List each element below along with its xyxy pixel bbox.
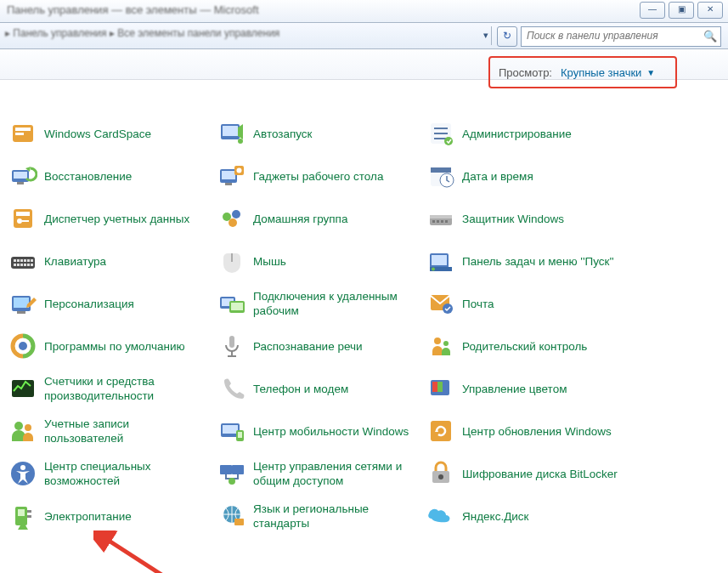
svg-point-87 xyxy=(438,474,443,479)
svg-rect-73 xyxy=(443,382,448,392)
control-panel-item[interactable]: Администрирование xyxy=(423,116,632,151)
svg-rect-65 xyxy=(228,355,236,357)
control-panel-item[interactable]: Распознавание речи xyxy=(214,328,423,364)
svg-rect-41 xyxy=(17,264,20,266)
svg-rect-9 xyxy=(14,172,27,179)
svg-rect-36 xyxy=(20,259,23,262)
svg-rect-33 xyxy=(11,257,35,269)
svg-rect-38 xyxy=(27,259,30,262)
svg-rect-91 xyxy=(27,515,31,518)
item-label: Телефон и модем xyxy=(253,382,348,396)
annotation-arrow-icon xyxy=(93,530,246,573)
item-label: Центр обновления Windows xyxy=(462,424,612,439)
control-panel-item[interactable]: Программы по умолчанию xyxy=(5,328,214,364)
svg-rect-12 xyxy=(222,171,235,179)
content-area: Windows CardSpaceАвтозапускАдминистриров… xyxy=(0,80,728,537)
control-panel-item[interactable]: Домашняя группа xyxy=(214,201,423,236)
defaults-icon xyxy=(8,332,37,360)
control-panel-item[interactable]: Автозапуск xyxy=(214,116,423,151)
control-panel-item[interactable]: Центр мобильности Windows xyxy=(214,413,423,449)
item-label: Windows CardSpace xyxy=(44,127,151,141)
control-panel-item[interactable]: Восстановление xyxy=(5,158,214,194)
breadcrumb[interactable]: ▸ Панель управления ▸ Все элементы панел… xyxy=(5,27,279,39)
speech-icon xyxy=(217,332,246,360)
item-label: Персонализация xyxy=(44,297,134,311)
control-panel-item[interactable]: Защитник Windows xyxy=(423,201,632,236)
control-panel-item[interactable]: Персонализация xyxy=(5,286,214,321)
control-panel-item[interactable]: Мышь xyxy=(214,243,423,279)
search-input[interactable] xyxy=(522,27,702,44)
svg-rect-35 xyxy=(17,259,20,262)
control-panel-item[interactable]: Центр управления сетями и общим доступом xyxy=(214,456,423,491)
item-label: Язык и региональные стандарты xyxy=(253,502,413,530)
svg-rect-17 xyxy=(431,167,451,173)
svg-rect-1 xyxy=(15,128,31,131)
control-panel-item[interactable]: Телефон и модем xyxy=(214,371,423,406)
refresh-button[interactable]: ↻ xyxy=(497,26,517,47)
svg-rect-47 xyxy=(432,255,447,265)
svg-rect-40 xyxy=(14,264,16,266)
svg-rect-79 xyxy=(238,432,242,438)
defender-icon xyxy=(426,204,455,233)
admin-icon xyxy=(426,119,455,148)
maximize-button[interactable]: ▣ xyxy=(669,2,694,19)
item-label: Гаджеты рабочего стола xyxy=(253,169,383,184)
update-icon xyxy=(426,417,455,445)
search-box[interactable]: 🔍 xyxy=(521,26,721,47)
mouse-icon xyxy=(217,247,246,275)
address-bar: ▸ Панель управления ▸ Все элементы панел… xyxy=(0,23,728,49)
control-panel-item[interactable]: Электропитание xyxy=(5,498,214,534)
control-panel-item[interactable]: Родительский контроль xyxy=(423,328,632,364)
control-panel-item[interactable]: Счетчики и средства производительности xyxy=(5,371,214,406)
svg-point-85 xyxy=(229,478,235,485)
close-button[interactable]: ✕ xyxy=(697,2,723,19)
svg-point-50 xyxy=(432,268,435,271)
view-selector[interactable]: Просмотр: Крупные значки ▼ xyxy=(488,56,677,88)
control-panel-item[interactable]: Дата и время xyxy=(423,158,632,194)
item-label: Центр мобильности Windows xyxy=(253,424,409,439)
control-panel-item[interactable]: Панель задач и меню ''Пуск'' xyxy=(423,243,632,279)
svg-rect-42 xyxy=(20,264,23,266)
control-panel-item[interactable]: Почта xyxy=(423,286,632,321)
item-label: Распознавание речи xyxy=(253,339,363,354)
control-panel-item[interactable]: Язык и региональные стандарты xyxy=(214,498,423,534)
window-titlebar: Панель управления — все элементы — Micro… xyxy=(0,0,728,23)
control-panel-item[interactable]: Подключения к удаленным рабочим xyxy=(214,286,423,321)
svg-point-67 xyxy=(443,341,449,346)
item-label: Подключения к удаленным рабочим xyxy=(253,289,413,318)
item-label: Администрирование xyxy=(462,127,572,141)
control-panel-item[interactable]: Центр обновления Windows xyxy=(423,413,632,449)
control-panel-item[interactable]: Windows CardSpace xyxy=(5,116,214,151)
personalize-icon xyxy=(8,289,37,318)
svg-point-15 xyxy=(237,168,242,173)
control-panel-item[interactable]: Учетные записи пользователей xyxy=(5,413,214,449)
control-panel-item[interactable]: Яндекс.Диск xyxy=(423,498,632,534)
control-panel-item[interactable]: Управление цветом xyxy=(423,371,632,406)
svg-rect-84 xyxy=(232,465,244,474)
minimize-button[interactable]: — xyxy=(640,2,665,19)
window-controls: — ▣ ✕ xyxy=(640,2,723,19)
breadcrumb-dropdown-icon[interactable]: ▾ xyxy=(483,30,488,41)
item-label: Центр управления сетями и общим доступом xyxy=(253,459,413,488)
control-panel-item[interactable]: Центр специальных возможностей xyxy=(5,456,214,491)
search-icon[interactable]: 🔍 xyxy=(703,30,717,43)
control-panel-item[interactable]: Шифрование диска BitLocker xyxy=(423,456,632,491)
svg-rect-52 xyxy=(14,298,29,308)
svg-rect-31 xyxy=(441,220,443,223)
control-panel-item[interactable]: Гаджеты рабочего стола xyxy=(214,158,423,194)
separator xyxy=(491,26,492,45)
svg-rect-64 xyxy=(231,351,233,355)
gadgets-icon xyxy=(217,162,246,190)
control-panel-item[interactable]: Клавиатура xyxy=(5,243,214,279)
svg-rect-2 xyxy=(15,133,24,135)
remote-icon xyxy=(217,289,246,318)
item-label: Яндекс.Диск xyxy=(462,509,529,524)
cardspace-icon xyxy=(8,119,37,148)
control-panel-item[interactable]: Диспетчер учетных данных xyxy=(5,201,214,236)
item-label: Программы по умолчанию xyxy=(44,339,185,354)
svg-rect-77 xyxy=(223,425,238,434)
item-label: Дата и время xyxy=(462,169,533,184)
svg-rect-44 xyxy=(27,264,30,266)
svg-point-26 xyxy=(229,218,237,227)
item-label: Управление цветом xyxy=(462,382,567,396)
